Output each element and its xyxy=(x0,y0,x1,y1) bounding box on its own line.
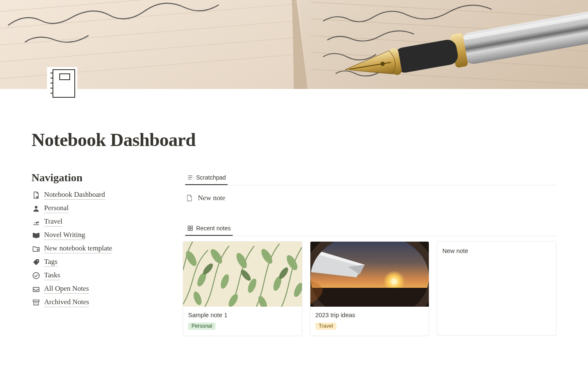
page-title: Notebook Dashboard xyxy=(32,129,556,151)
svg-rect-59 xyxy=(310,288,429,307)
svg-point-27 xyxy=(37,260,38,261)
nav-item-personal[interactable]: Personal xyxy=(32,202,166,215)
page-icon xyxy=(185,194,194,202)
nav-item-label: Personal xyxy=(44,204,69,213)
nav-item-label: All Open Notes xyxy=(44,284,89,294)
recent-notes-tab-row: Recent notes xyxy=(183,222,556,236)
svg-rect-29 xyxy=(33,300,39,302)
nav-item-novel-writing[interactable]: Novel Writing xyxy=(32,229,166,242)
recent-notes-gallery: Sample note 1 Personal xyxy=(183,241,556,336)
gallery-icon xyxy=(187,225,194,232)
archive-icon xyxy=(32,298,41,307)
open-book-icon xyxy=(32,231,41,240)
nav-item-tasks[interactable]: Tasks xyxy=(32,269,166,282)
svg-rect-33 xyxy=(188,226,190,228)
card-cover-image xyxy=(183,242,302,307)
nav-item-tags[interactable]: Tags xyxy=(32,256,166,269)
card-title: New note xyxy=(442,248,551,254)
nav-item-travel[interactable]: Travel xyxy=(32,215,166,229)
note-card-sample-note-1[interactable]: Sample note 1 Personal xyxy=(183,241,302,336)
svg-rect-26 xyxy=(33,224,39,225)
svg-point-58 xyxy=(391,279,397,284)
card-title: 2023 trip ideas xyxy=(315,312,424,318)
new-note-label: New note xyxy=(198,194,226,202)
page-link-icon xyxy=(32,190,41,200)
card-tag: Personal xyxy=(188,323,215,330)
card-tag: Travel xyxy=(315,323,336,330)
nav-item-label: Tags xyxy=(44,258,58,267)
tab-label: Scratchpad xyxy=(196,174,226,181)
svg-rect-36 xyxy=(191,229,193,231)
note-card-2023-trip-ideas[interactable]: 2023 trip ideas Travel xyxy=(310,241,430,336)
scratchpad-tab-row: Scratchpad xyxy=(183,172,556,185)
nav-item-new-notebook-template[interactable]: New notebook template xyxy=(32,242,166,256)
card-title: Sample note 1 xyxy=(188,312,297,318)
nav-item-label: Travel xyxy=(44,217,63,227)
nav-item-all-open-notes[interactable]: All Open Notes xyxy=(32,282,166,296)
tab-label: Recent notes xyxy=(196,225,231,232)
svg-point-25 xyxy=(35,206,37,209)
list-icon xyxy=(187,174,194,181)
tab-scratchpad[interactable]: Scratchpad xyxy=(185,172,228,185)
nav-item-label: Tasks xyxy=(44,271,60,280)
nav-item-archived-notes[interactable]: Archived Notes xyxy=(32,296,166,309)
airplane-icon xyxy=(32,217,41,227)
card-cover-image xyxy=(310,242,429,307)
inbox-icon xyxy=(32,284,41,294)
navigation-section: Navigation Notebook Dashboard Personal xyxy=(32,172,166,309)
svg-rect-35 xyxy=(188,229,190,231)
svg-point-28 xyxy=(33,273,39,279)
nav-item-label: New notebook template xyxy=(44,244,112,253)
person-icon xyxy=(32,204,41,213)
scratchpad-new-note[interactable]: New note xyxy=(183,190,556,206)
tab-recent-notes[interactable]: Recent notes xyxy=(185,222,233,236)
page-icon-notebook xyxy=(47,67,77,100)
nav-item-notebook-dashboard[interactable]: Notebook Dashboard xyxy=(32,188,166,202)
folder-plus-icon xyxy=(32,244,41,253)
nav-item-label: Notebook Dashboard xyxy=(44,190,105,200)
nav-item-label: Archived Notes xyxy=(44,298,89,307)
svg-rect-34 xyxy=(191,226,193,228)
nav-item-label: Novel Writing xyxy=(44,231,85,240)
tag-icon xyxy=(32,258,41,267)
note-card-new-note[interactable]: New note xyxy=(437,241,556,336)
cover-image xyxy=(0,0,588,89)
navigation-heading: Navigation xyxy=(32,172,166,184)
check-circle-icon xyxy=(32,271,41,280)
